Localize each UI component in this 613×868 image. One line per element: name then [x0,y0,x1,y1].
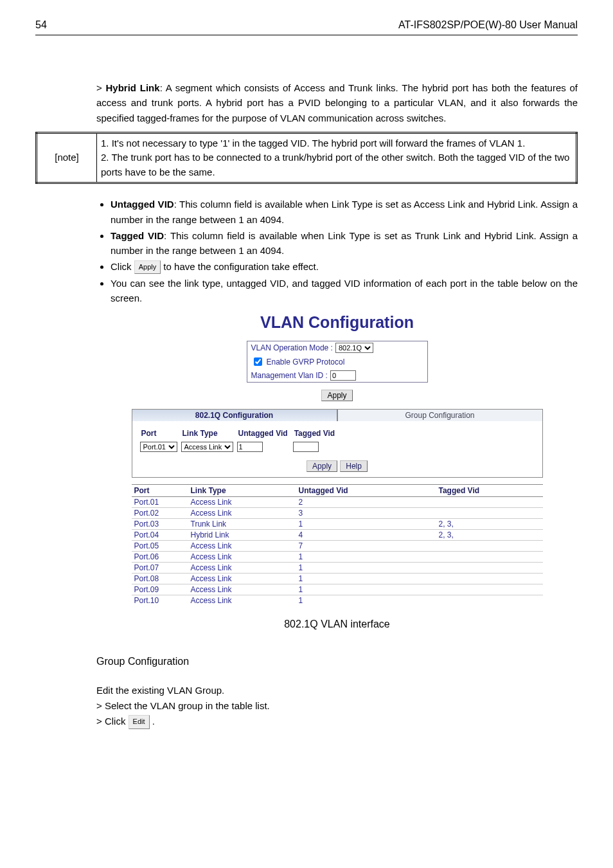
gc-line3-post: . [150,716,155,727]
table-cell: Access Link [188,584,296,595]
bullet-3-post: to have the configuration take effect. [161,261,319,272]
table-row: Port.09Access Link1 [132,584,543,595]
note-line-1: 1. It's not necessary to type '1' in the… [101,136,572,151]
table-cell: Access Link [188,508,296,519]
table-cell [436,497,543,508]
gvrp-checkbox[interactable] [254,357,262,366]
table-cell: Access Link [188,552,296,563]
group-config-line-1: Edit the existing VLAN Group. [96,683,578,698]
table-row: Port.04Hybrid Link42, 3, [132,530,543,541]
bullet-3-pre: Click [111,261,134,272]
inner-col-linktype: Link Type [180,428,235,439]
bullet-untagged-vid: Untagged VID: This column field is avail… [111,197,578,227]
table-cell: Access Link [188,574,296,584]
table-cell: Access Link [188,563,296,574]
port-select[interactable]: Port.01 [140,442,177,452]
col-untagged: Untagged Vid [296,485,436,497]
bullet-1-text: : This column field is available when Li… [111,199,578,224]
table-cell [436,595,543,606]
group-config-line-2: > Select the VLAN group in the table lis… [96,698,578,714]
gvrp-label: Enable GVRP Protocol [267,357,345,366]
table-cell: Access Link [188,497,296,508]
tab-8021q-config[interactable]: 802.1Q Configuration [132,409,337,421]
hybrid-link-paragraph: > Hybrid Link: A segment which consists … [96,80,578,125]
table-cell [436,508,543,519]
table-cell: Port.01 [132,497,188,508]
table-row: Port.10Access Link1 [132,595,543,606]
table-cell: 1 [296,552,436,563]
table-cell: 2, 3, [436,530,543,541]
table-cell: Trunk Link [188,519,296,530]
table-row: Port.07Access Link1 [132,563,543,574]
vlan-config-screenshot: VLAN Configuration VLAN Operation Mode :… [132,313,543,606]
note-line-2: 2. The trunk port has to be connected to… [101,150,572,179]
bullet-1-label: Untagged VID [111,199,174,210]
tab-group-config[interactable]: Group Configuration [337,409,543,421]
bullet-see-table: You can see the link type, untagged VID,… [111,276,578,306]
table-cell [436,541,543,552]
inner-apply-button[interactable]: Apply [306,460,337,472]
table-cell: Access Link [188,595,296,606]
col-linktype: Link Type [188,485,296,497]
table-row: Port.01Access Link2 [132,497,543,508]
bullet-tagged-vid: Tagged VID: This column field is availab… [111,228,578,258]
tagged-vid-input[interactable] [293,442,319,452]
table-cell: 4 [296,530,436,541]
table-cell: 7 [296,541,436,552]
page-number: 54 [35,19,47,31]
table-cell: Port.02 [132,508,188,519]
note-body: 1. It's not necessary to type '1' in the… [97,132,577,183]
bullet-2-label: Tagged VID [111,230,164,241]
table-cell: Port.03 [132,519,188,530]
table-cell: Hybrid Link [188,530,296,541]
col-tagged: Tagged Vid [436,485,543,497]
table-cell: Port.08 [132,574,188,584]
table-cell: Port.10 [132,595,188,606]
table-cell: 3 [296,508,436,519]
col-port: Port [132,485,188,497]
mgmt-vlan-input[interactable] [330,370,356,381]
edit-inline-button: Edit [129,715,150,729]
top-apply-button[interactable]: Apply [321,390,352,401]
table-cell: Port.07 [132,563,188,574]
table-cell [436,552,543,563]
table-cell [436,584,543,595]
hybrid-text: : A segment which consists of Access and… [96,82,578,123]
inner-help-button[interactable]: Help [340,460,368,472]
table-cell [436,563,543,574]
linktype-select[interactable]: Access Link [181,442,233,452]
screenshot-title: VLAN Configuration [132,313,543,332]
table-cell: 2 [296,497,436,508]
bullet-list: Untagged VID: This column field is avail… [96,197,578,305]
table-cell: Port.09 [132,584,188,595]
gc-line3-pre: > Click [96,716,129,727]
op-mode-label: VLAN Operation Mode : [251,343,333,352]
table-cell: Port.05 [132,541,188,552]
table-cell: 1 [296,563,436,574]
manual-title: AT-IFS802SP/POE(W)-80 User Manual [398,19,578,31]
hybrid-prefix: > [96,82,102,93]
table-cell: Access Link [188,541,296,552]
hybrid-label: Hybrid Link [106,82,160,93]
inner-col-untagged: Untagged Vid [236,428,290,439]
table-row: Port.05Access Link7 [132,541,543,552]
table-cell: Port.04 [132,530,188,541]
inner-config-panel: Port Link Type Untagged Vid Tagged Vid P… [132,421,543,478]
note-label: [note] [37,132,97,183]
table-row: Port.03Trunk Link12, 3, [132,519,543,530]
table-row: Port.02Access Link3 [132,508,543,519]
inner-col-tagged: Tagged Vid [292,428,338,439]
table-cell: Port.06 [132,552,188,563]
screenshot-caption: 802.1Q VLAN interface [96,619,578,630]
table-cell: 1 [296,574,436,584]
group-config-heading: Group Configuration [96,656,578,667]
bullet-click-apply: Click Apply to have the configuration ta… [111,259,578,274]
table-cell [436,574,543,584]
op-mode-select[interactable]: 802.1Q [335,343,373,353]
group-config-line-3: > Click Edit . [96,714,578,729]
table-row: Port.06Access Link1 [132,552,543,563]
mgmt-vlan-label: Management Vlan ID : [251,371,328,380]
untagged-vid-input[interactable] [237,442,263,452]
table-cell: 1 [296,519,436,530]
config-box: VLAN Operation Mode : 802.1Q Enable GVRP… [247,341,428,383]
